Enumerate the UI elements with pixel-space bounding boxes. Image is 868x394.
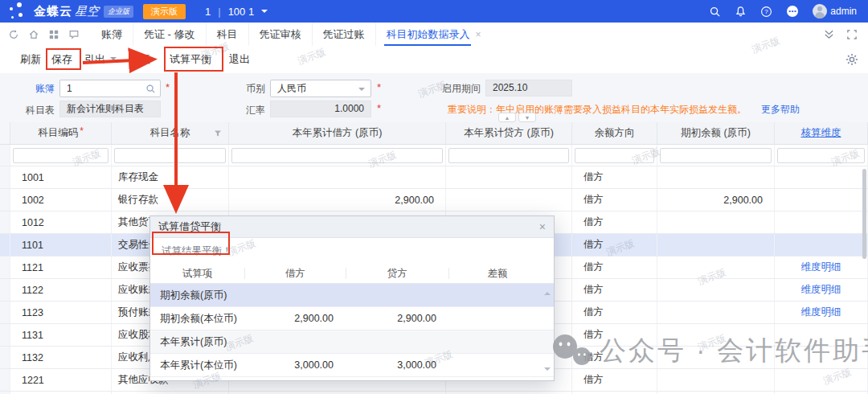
fullscreen-icon[interactable] xyxy=(847,30,857,39)
apps-grid-icon[interactable] xyxy=(48,29,59,40)
account-code-cell[interactable]: 1131 xyxy=(10,324,112,346)
ytd-debit-cell[interactable] xyxy=(229,166,446,188)
balance-direction-cell[interactable]: 借方 xyxy=(572,279,657,301)
dims-filter-input[interactable] xyxy=(777,148,865,163)
ytd-debit-cell[interactable]: 2,900.00 xyxy=(229,189,446,211)
account-code-cell[interactable]: 1001 xyxy=(10,166,112,188)
tab-凭证 - 修改[interactable]: 凭证 - 修改 xyxy=(133,23,206,46)
user-avatar[interactable] xyxy=(813,4,827,18)
tab-凭证过账[interactable]: 凭证过账 xyxy=(312,23,375,46)
code-filter-input[interactable] xyxy=(13,148,108,163)
collapse-tabs-icon[interactable] xyxy=(824,29,834,39)
account-code-cell[interactable]: 1101 xyxy=(10,234,112,256)
refresh-icon[interactable] xyxy=(8,29,19,40)
collapse-up-button[interactable]: ▲ xyxy=(498,113,516,122)
scroll-down-icon[interactable] xyxy=(544,367,551,374)
tab-科目[interactable]: 科目 xyxy=(206,23,248,46)
balance-direction-cell[interactable]: 借方 xyxy=(572,324,657,346)
topbar: 金蝶云 星空 企业版 演示版 1 | 100 1 ? admin xyxy=(0,0,868,23)
balance-direction-cell[interactable]: 借方 xyxy=(572,166,657,188)
search-icon[interactable] xyxy=(709,6,721,18)
export-button[interactable]: 引出 xyxy=(84,46,117,73)
message-icon[interactable] xyxy=(68,29,80,40)
gear-icon[interactable] xyxy=(845,53,858,66)
opening-filter-input[interactable] xyxy=(660,148,772,163)
scroll-up-icon[interactable] xyxy=(544,289,551,295)
balance-direction-cell[interactable]: 借方 xyxy=(572,302,657,323)
account-code-cell[interactable]: 1123 xyxy=(10,302,112,323)
tab-科目初始数据录入[interactable]: 科目初始数据录入× xyxy=(375,23,492,46)
account-code-cell[interactable]: 1012 xyxy=(10,211,112,233)
chevron-down-icon xyxy=(261,10,268,16)
chart-of-accounts-value: 新会计准则科目表 xyxy=(59,101,161,117)
tab-凭证审核[interactable]: 凭证审核 xyxy=(248,23,312,46)
dimension-cell xyxy=(775,211,868,233)
start-period-label: 启用期间 xyxy=(434,80,481,97)
opening-balance-cell[interactable] xyxy=(657,257,775,278)
help-icon[interactable]: ? xyxy=(760,6,772,18)
opening-balance-cell[interactable] xyxy=(657,166,775,188)
dialog-table-header: 试算项 借方 贷方 差额 xyxy=(150,263,554,284)
more-help-link[interactable]: 更多帮助 xyxy=(761,104,800,115)
opening-balance-cell[interactable] xyxy=(657,324,775,346)
tab-账簿[interactable]: 账簿 xyxy=(91,23,133,46)
collapse-down-button[interactable]: ▼ xyxy=(518,113,536,122)
service-icon[interactable] xyxy=(786,5,799,18)
account-code-cell[interactable]: 1221 xyxy=(10,369,112,391)
balance-direction-cell[interactable]: 借方 xyxy=(572,234,657,256)
balance-direction-cell[interactable]: 借方 xyxy=(572,189,657,211)
dimension-detail-link[interactable]: 维度明细 xyxy=(775,257,868,278)
opening-balance-cell[interactable] xyxy=(657,279,775,301)
account-code-cell[interactable]: 1132 xyxy=(10,347,112,368)
home-icon[interactable] xyxy=(28,29,39,40)
trial-row-1[interactable]: 期初余额(本位币)2,900.002,900.00 xyxy=(150,307,554,330)
ytd-credit-cell[interactable] xyxy=(446,166,572,188)
balance-direction-cell[interactable]: 借方 xyxy=(572,211,657,233)
opening-balance-cell[interactable]: 2,900.00 xyxy=(657,189,775,211)
book-input[interactable]: 1 xyxy=(59,80,161,97)
opening-balance-cell[interactable] xyxy=(657,302,775,323)
exit-button[interactable]: 退出 xyxy=(229,46,250,73)
balance-direction-cell[interactable]: 借方 xyxy=(572,369,657,391)
table-scrollbar[interactable] xyxy=(862,169,866,259)
tab-label: 科目 xyxy=(217,27,238,42)
direction-filter-input[interactable] xyxy=(575,148,654,163)
toolbar: 刷新 保存 引出 选项 试算平衡 退出 xyxy=(0,46,868,74)
options-button[interactable]: 选项 xyxy=(129,46,150,73)
opening-balance-cell[interactable] xyxy=(657,347,775,368)
bell-icon[interactable] xyxy=(735,6,747,18)
currency-select[interactable]: 人民币 xyxy=(270,80,371,97)
balance-direction-cell[interactable]: 借方 xyxy=(572,347,657,368)
trial-row-3[interactable]: 本年累计(本位币)3,000.003,000.00 xyxy=(150,354,554,377)
opening-balance-cell[interactable] xyxy=(657,369,775,391)
filter-funnel-icon[interactable] xyxy=(214,129,222,137)
account-code-cell[interactable]: 1002 xyxy=(10,189,112,211)
name-filter-input[interactable] xyxy=(114,148,226,163)
trial-row-0[interactable]: 期初余额(原币) xyxy=(150,284,554,307)
trial-row-2[interactable]: 本年累计(原币) xyxy=(150,330,554,354)
opening-balance-cell[interactable] xyxy=(657,211,775,233)
tab-close-icon[interactable]: × xyxy=(476,29,481,40)
dimension-detail-link[interactable]: 维度明细 xyxy=(775,279,868,301)
debit-filter-input[interactable] xyxy=(231,148,443,163)
row-gutter xyxy=(0,302,10,323)
balance-direction-cell[interactable]: 借方 xyxy=(572,257,657,278)
credit-filter-input[interactable] xyxy=(448,148,569,163)
save-button[interactable]: 保存 xyxy=(51,46,72,73)
account-row-1001[interactable]: 1001库存现金借方 xyxy=(0,166,868,189)
account-row-1002[interactable]: 1002银行存款2,900.00借方2,900.00 xyxy=(0,189,868,211)
ytd-credit-cell[interactable] xyxy=(446,189,572,211)
account-code-cell[interactable]: 1121 xyxy=(10,257,112,278)
trial-balance-button[interactable]: 试算平衡 xyxy=(170,46,211,73)
account-code-cell[interactable]: 1122 xyxy=(10,279,112,301)
book-label[interactable]: 账簿 xyxy=(11,80,55,97)
demo-badge: 演示版 xyxy=(143,4,186,19)
account-name-cell[interactable]: 银行存款 xyxy=(112,189,229,211)
opening-balance-cell[interactable] xyxy=(657,234,775,256)
account-set-selector[interactable]: 1 | 100 1 xyxy=(205,6,268,18)
close-icon[interactable]: × xyxy=(539,221,546,232)
account-name-cell[interactable]: 库存现金 xyxy=(112,166,229,188)
refresh-button[interactable]: 刷新 xyxy=(20,46,41,73)
dimension-detail-link[interactable]: 维度明细 xyxy=(775,302,868,323)
lookup-icon[interactable] xyxy=(145,84,156,94)
